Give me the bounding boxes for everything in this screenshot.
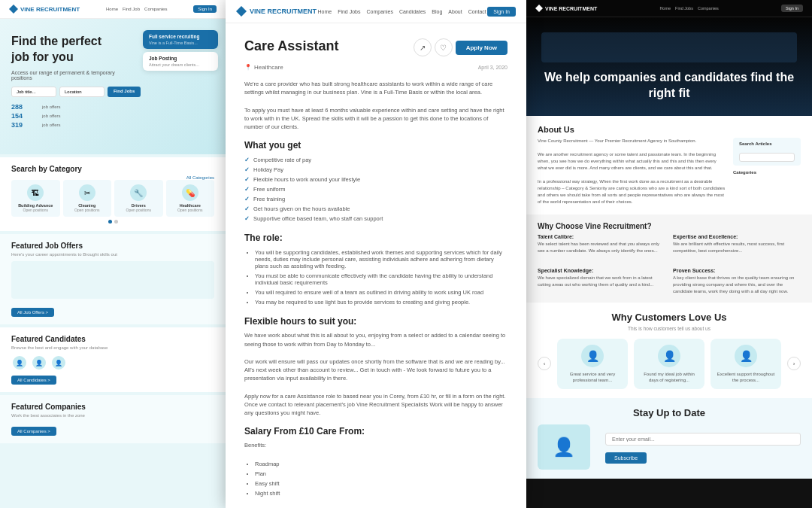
role-4: You may be required to use light bus to …	[255, 297, 508, 307]
about-sidebar: Search Articles Categories	[733, 138, 801, 205]
testimonial-1-icon: 👤	[581, 345, 604, 367]
carousel-next-btn[interactable]: ›	[787, 357, 801, 370]
category-healthcare[interactable]: 💊 Healthcare Open positions	[166, 180, 215, 217]
bookmark-icon-btn[interactable]: ♡	[435, 38, 453, 56]
right-nav-home[interactable]: Home	[659, 6, 671, 11]
categories-sm-title: Categories	[733, 170, 801, 175]
stat-3-label: job offers	[42, 123, 61, 127]
spec-title: Specialist Knowledge:	[538, 268, 665, 273]
middle-nav: VINE RECRUITMENT Home Find Jobs Companie…	[226, 0, 526, 23]
hero-keyword-input[interactable]: Job title...	[11, 87, 56, 97]
testimonial-3: 👤 Excellent support throughout the proce…	[710, 339, 781, 390]
right-panel: VINE RECRUITMENT Home Find Jobs Companie…	[526, 0, 812, 508]
right-hero-image	[541, 32, 797, 62]
middle-signin-btn[interactable]: Sign In	[487, 7, 516, 17]
apply-top-btn[interactable]: Apply Now	[456, 41, 508, 55]
right-logo[interactable]: VINE RECRUITMENT	[535, 5, 597, 12]
stay-title: Stay Up to Date	[538, 407, 801, 418]
right-nav-companies[interactable]: Companies	[698, 6, 719, 11]
card-2-title: Job Posting	[149, 56, 212, 61]
featured-companies-title: Featured Companies	[11, 403, 214, 411]
hero-card-2: Job Posting Attract your dream clients..…	[143, 52, 218, 71]
spec-text: We have specialized domain that we work …	[538, 275, 665, 288]
nav-link-companies[interactable]: Companies	[144, 7, 167, 11]
customers-title: Why Customers Love Us	[538, 312, 801, 323]
middle-nav-links: Home Find Jobs Companies Candidates Blog…	[317, 9, 486, 14]
benefits-list: Roadmap Plan Easy shift Night shift	[244, 459, 508, 498]
about-text-content: Vine County Recruitment — Your Premier R…	[538, 138, 726, 205]
why-vine-title: Why Choose Vine Recruitment?	[538, 222, 801, 230]
right-nav: VINE RECRUITMENT Home Find Jobs Companie…	[526, 0, 812, 17]
all-candidates-btn[interactable]: All Candidates >	[11, 376, 56, 385]
benefit-1: Competitive rate of pay	[244, 155, 508, 165]
testimonial-1: 👤 Great service and very professional te…	[557, 339, 628, 390]
category-dots	[11, 220, 214, 224]
hero-search-bar: Job title... Location Find Jobs	[11, 87, 214, 97]
right-logo-diamond-icon	[535, 5, 543, 12]
hero-subtitle: Access our range of permanent & temporar…	[11, 70, 117, 81]
left-hero: Find the perfect job for you Access our …	[0, 19, 226, 154]
right-hero: We help companies and candidates find th…	[526, 17, 812, 116]
role-list: You will be supporting candidates, estab…	[244, 248, 508, 307]
category-drivers[interactable]: 🔧 Drivers Open positions	[114, 180, 163, 217]
left-nav-links: Home Find Job Companies	[106, 7, 167, 11]
carousel-prev-btn[interactable]: ‹	[538, 357, 551, 370]
hero-location-input[interactable]: Location	[59, 87, 105, 97]
mid-nav-contact[interactable]: Contact	[468, 9, 486, 14]
stay-illustration: 👤	[538, 424, 598, 470]
featured-candidates-section: Featured Candidates Browse the best and …	[0, 327, 226, 392]
testimonial-2: 👤 Found my ideal job within days of regi…	[634, 339, 704, 390]
all-companies-btn[interactable]: All Companies >	[11, 427, 56, 436]
right-signin-btn[interactable]: Sign In	[781, 5, 803, 12]
stat-3-num: 319	[11, 121, 38, 129]
about-para-2: We are another recruitment agency or som…	[538, 151, 726, 172]
job-detail-content: Care Assistant ↗ ♡ Apply Now 📍 Healthcar…	[226, 23, 526, 508]
share-icon: ↗	[420, 44, 426, 52]
all-job-offers-btn[interactable]: All Job Offers >	[11, 308, 54, 317]
mid-nav-blog[interactable]: Blog	[432, 9, 442, 14]
talent-text: We select talent has been reviewed and t…	[538, 241, 665, 254]
featured-companies-section: Featured Companies Work the best associa…	[0, 395, 226, 443]
nav-link-home[interactable]: Home	[106, 7, 118, 11]
mid-nav-companies[interactable]: Companies	[366, 9, 392, 14]
role-title: The role:	[244, 233, 508, 243]
featured-jobs-section: Featured Job Offers Here's your career a…	[0, 234, 226, 324]
subscribe-email-input[interactable]	[605, 433, 801, 446]
right-scroll-area: We help companies and candidates find th…	[526, 17, 812, 508]
mid-nav-home[interactable]: Home	[317, 9, 332, 14]
hero-search-btn[interactable]: Find Jobs	[108, 87, 141, 97]
dot-1[interactable]	[108, 220, 112, 224]
testimonials-row: ‹ 👤 Great service and very professional …	[538, 339, 801, 390]
middle-logo[interactable]: VINE RECRUITMENT	[236, 6, 317, 17]
stay-content: 👤 Subscribe	[538, 424, 801, 470]
job-date: April 3, 2020	[478, 65, 508, 70]
category-building[interactable]: 🏗 Building Advance Open positions	[11, 180, 60, 217]
dot-2[interactable]	[114, 220, 118, 224]
flexible-desc-2: Our work will ensure will pass our updat…	[244, 357, 508, 383]
benefit-roadmap: Roadmap	[255, 459, 508, 469]
why-vine-col-1: Talent Calibre: We select talent has bee…	[538, 234, 665, 295]
stat-1-label: job offers	[42, 105, 61, 109]
talent-title: Talent Calibre:	[538, 234, 665, 239]
subscribe-btn[interactable]: Subscribe	[605, 452, 647, 464]
mid-nav-about[interactable]: About	[448, 9, 462, 14]
stay-form: Subscribe	[605, 430, 801, 464]
mid-nav-findjobs[interactable]: Find Jobs	[338, 9, 360, 14]
middle-logo-text: VINE RECRUITMENT	[250, 8, 317, 15]
left-logo[interactable]: VINE RECRUITMENT	[9, 5, 80, 14]
category-cleaning[interactable]: ✂ Cleaning Open positions	[63, 180, 112, 217]
why-vine-col-2: Expertise and Excellence: We are brillia…	[673, 234, 801, 295]
category-healthcare-count: Open positions	[169, 208, 212, 212]
share-icon-btn[interactable]: ↗	[414, 38, 432, 56]
right-nav-links: Home Find Jobs Companies	[659, 6, 718, 11]
nav-link-findjob[interactable]: Find Job	[123, 7, 140, 11]
search-articles-input[interactable]	[739, 153, 795, 162]
hero-cards: Full service recruiting Vine is a Full-T…	[143, 30, 218, 71]
mid-nav-candidates[interactable]: Candidates	[399, 9, 426, 14]
left-signin-btn[interactable]: Sign In	[193, 5, 217, 13]
right-logo-text: VINE RECRUITMENT	[545, 6, 597, 11]
right-nav-findjobs[interactable]: Find Jobs	[675, 6, 693, 11]
proven-title: Proven Success:	[673, 268, 801, 273]
featured-companies-sub: Work the best associates in the zone	[11, 413, 214, 418]
salary-desc: Benefits:	[244, 441, 508, 449]
